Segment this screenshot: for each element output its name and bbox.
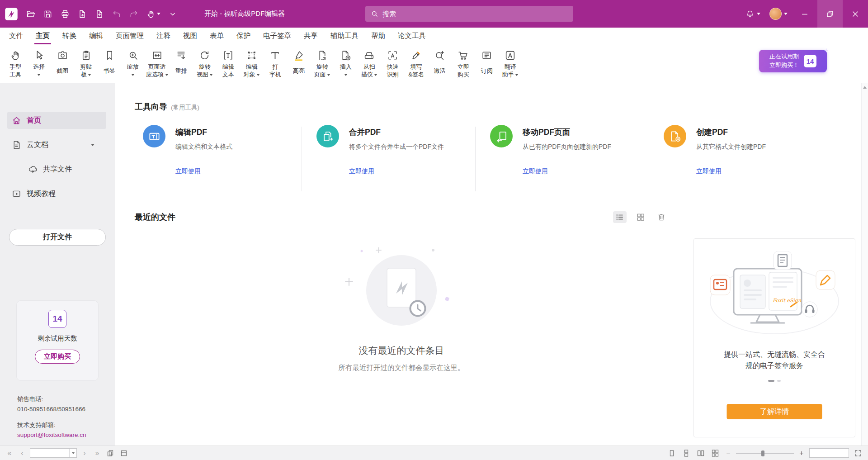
page-preview-button[interactable] xyxy=(118,448,129,458)
menu-tab-convert[interactable]: 转换 xyxy=(56,28,83,44)
carousel-dot[interactable] xyxy=(777,380,781,382)
user-avatar[interactable] xyxy=(769,8,782,20)
first-page-button[interactable]: « xyxy=(5,450,14,457)
previous-page-button[interactable]: ‹ xyxy=(17,450,27,457)
list-view-button[interactable] xyxy=(613,211,627,223)
use-now-link[interactable]: 立即使用 xyxy=(523,167,548,175)
ribbon-tool-fillsign[interactable]: 填写&签名 xyxy=(405,50,428,78)
quick-hand-tool-button[interactable] xyxy=(143,5,164,24)
page-dropdown-button[interactable] xyxy=(69,449,76,457)
trial-banner[interactable]: + 正在试用期 立即购买！ 14 xyxy=(759,50,827,72)
sidebar-item-shared-files[interactable]: 共享文件 xyxy=(7,161,106,178)
vertical-scrollbar[interactable] xyxy=(861,83,868,446)
sidebar-item-video-tutorials[interactable]: 视频教程 xyxy=(7,185,106,202)
ribbon-tool-cart[interactable]: 立即购买 xyxy=(452,50,475,78)
restore-window-button[interactable] xyxy=(817,0,843,28)
ribbon-tool-scanner[interactable]: 从扫描仪 xyxy=(358,50,381,78)
save-button[interactable] xyxy=(40,5,56,24)
menu-tab-form[interactable]: 表单 xyxy=(203,28,230,44)
menu-tab-view[interactable]: 视图 xyxy=(177,28,203,44)
zoom-slider-track[interactable] xyxy=(736,453,794,454)
notifications-button[interactable] xyxy=(741,0,765,28)
ribbon-tool-translate[interactable]: 翻译助手 xyxy=(499,50,522,78)
sidebar-item-label: 首页 xyxy=(27,116,41,125)
zoom-level-input[interactable] xyxy=(809,448,849,458)
single-page-view-button[interactable] xyxy=(666,448,677,458)
redo-button[interactable] xyxy=(126,5,142,24)
ribbon-tool-cursor[interactable]: 选择 xyxy=(27,50,51,78)
continuous-view-button[interactable] xyxy=(681,448,692,458)
last-page-button[interactable]: » xyxy=(92,450,102,457)
zoom-in-button[interactable]: + xyxy=(797,449,806,457)
menu-tab-edit[interactable]: 编辑 xyxy=(83,28,109,44)
use-now-link[interactable]: 立即使用 xyxy=(175,167,201,175)
menu-tab-help[interactable]: 帮助 xyxy=(365,28,392,44)
page-number-input[interactable] xyxy=(30,449,69,457)
restore-icon xyxy=(826,9,835,19)
fullscreen-button[interactable] xyxy=(853,448,863,458)
use-now-link[interactable]: 立即使用 xyxy=(349,167,374,175)
ribbon-tool-typewriter[interactable]: 打字机 xyxy=(264,50,287,78)
support-email-link[interactable]: support@foxitsoftware.cn xyxy=(17,430,86,440)
open-file-quick-button[interactable] xyxy=(23,5,39,24)
menu-tab-organize[interactable]: 页面管理 xyxy=(109,28,150,44)
ribbon-tool-edit-object[interactable]: 编辑对象 xyxy=(240,50,264,78)
close-button[interactable] xyxy=(843,0,868,28)
menu-tab-file[interactable]: 文件 xyxy=(3,28,29,44)
menu-tab-home[interactable]: 主页 xyxy=(29,28,56,44)
open-file-button[interactable]: 打开文件 xyxy=(9,229,106,246)
learn-more-button[interactable]: 了解详情 xyxy=(727,404,822,419)
grid-view-button[interactable] xyxy=(634,211,647,223)
share-document-button[interactable] xyxy=(91,5,108,24)
carousel-dot-active[interactable] xyxy=(768,380,774,382)
bookmark-icon xyxy=(104,50,115,61)
hand-icon xyxy=(10,50,21,61)
ribbon-tool-ocr[interactable]: 快速识别 xyxy=(381,50,405,78)
ribbon-tool-clipboard[interactable]: 剪贴板 xyxy=(74,50,98,78)
card-description: 将多个文件合并生成一个PDF文件 xyxy=(349,143,444,151)
menu-tab-accessibility[interactable]: 辅助工具 xyxy=(324,28,365,44)
export-button[interactable] xyxy=(74,5,90,24)
ribbon-tool-highlight[interactable]: 高亮 xyxy=(287,50,311,75)
ribbon-tool-zoom[interactable]: 缩放 xyxy=(121,50,145,78)
zoom-out-button[interactable]: − xyxy=(724,449,732,457)
ribbon-tool-rotate[interactable]: 旋转视图 xyxy=(193,50,217,78)
ribbon-tool-insert[interactable]: 插入 xyxy=(334,50,358,78)
menu-tab-comment[interactable]: 注释 xyxy=(150,28,177,44)
sales-phone-number: 010-50951668/50951666 xyxy=(17,404,86,414)
use-now-link[interactable]: 立即使用 xyxy=(696,167,722,175)
ribbon-tool-hand[interactable]: 手型工具 xyxy=(4,50,27,78)
merge-pdf-icon xyxy=(316,125,339,147)
snapshot-button[interactable] xyxy=(105,448,116,458)
page-number-box[interactable] xyxy=(30,448,77,458)
ribbon-tool-reflow[interactable]: 重排 xyxy=(170,50,193,75)
ribbon-tool-bookmark[interactable]: 书签 xyxy=(98,50,121,75)
print-button[interactable] xyxy=(57,5,73,24)
ribbon-tool-camera[interactable]: 截图 xyxy=(51,50,74,75)
account-menu[interactable] xyxy=(765,0,792,28)
ribbon-tool-activate[interactable]: 激活 xyxy=(428,50,452,75)
search-box[interactable] xyxy=(365,6,573,22)
ribbon-tool-news[interactable]: 订阅 xyxy=(475,50,499,75)
undo-button[interactable] xyxy=(108,5,125,24)
continuous-facing-view-button[interactable] xyxy=(710,448,721,458)
facing-view-button[interactable] xyxy=(695,448,706,458)
search-input[interactable] xyxy=(382,10,568,18)
buy-now-button[interactable]: 立即购买 xyxy=(35,350,80,364)
clear-recent-button[interactable] xyxy=(655,211,668,223)
ribbon-tool-fit[interactable]: 页面适应选项 xyxy=(145,50,170,78)
sidebar-item-cloud-docs[interactable]: 云文档 xyxy=(7,136,106,153)
next-page-button[interactable]: › xyxy=(80,450,90,457)
scroll-up-arrow-icon[interactable] xyxy=(863,86,867,89)
ribbon-tool-rotate-page[interactable]: 旋转页面 xyxy=(311,50,334,78)
menu-tab-esign[interactable]: 电子签章 xyxy=(257,28,297,44)
collapse-ribbon-button[interactable] xyxy=(165,5,181,24)
menu-tab-paper-tools[interactable]: 论文工具 xyxy=(392,28,432,44)
zoom-slider-thumb[interactable] xyxy=(761,451,764,456)
minimize-button[interactable] xyxy=(792,0,817,28)
menu-tab-protect[interactable]: 保护 xyxy=(230,28,257,44)
sidebar-item-home[interactable]: 首页 xyxy=(7,112,106,129)
menu-tab-share[interactable]: 共享 xyxy=(297,28,324,44)
ribbon-tool-edit-text[interactable]: 编辑文本 xyxy=(217,50,240,78)
zoom-slider[interactable] xyxy=(736,449,794,457)
